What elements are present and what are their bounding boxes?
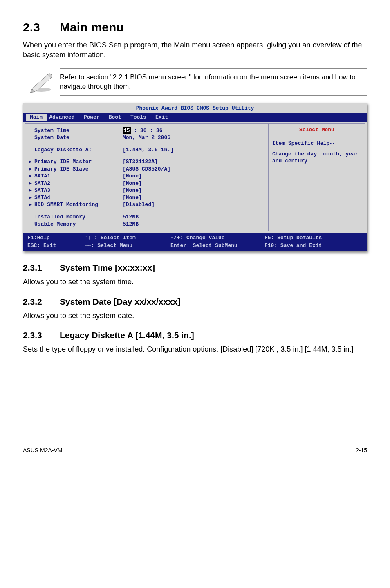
bios-row[interactable]: Legacy Diskette A:[1.44M, 3.5 in.] xyxy=(29,146,265,154)
bios-util-title: Phoenix-Award BIOS CMOS Setup Utility xyxy=(23,103,367,113)
tab-boot[interactable]: Boot xyxy=(109,114,128,121)
submenu-triangle-icon: ▶ xyxy=(29,158,34,166)
bios-row[interactable]: ▶HDD SMART Monitoring[Disabled] xyxy=(29,201,265,209)
tab-tools[interactable]: Tools xyxy=(130,114,153,121)
tab-main[interactable]: Main xyxy=(26,114,47,121)
note-text: Refer to section "2.2.1 BIOS menu screen… xyxy=(60,68,367,96)
bios-row-label: Primary IDE Master xyxy=(34,159,92,165)
subsection-heading: 2.3.2System Date [Day xx/xx/xxxx] xyxy=(23,297,367,307)
bios-help-panel: Select Menu Item Specific Help Change th… xyxy=(269,123,365,232)
subsection-heading: 2.3.3Legacy Diskette A [1.44M, 3.5 in.] xyxy=(23,330,367,340)
bios-row[interactable]: ▶SATA1[None] xyxy=(29,173,265,180)
subsection-number: 2.3.2 xyxy=(23,297,60,307)
bios-row[interactable]: Installed Memory512MB xyxy=(29,213,265,221)
page-heading: 2.3Main menu xyxy=(23,20,367,34)
bios-row-label: SATA4 xyxy=(34,195,50,201)
bios-row-value[interactable]: Mon, Mar 2 2006 xyxy=(123,134,170,141)
submenu-triangle-icon: ▶ xyxy=(29,194,34,202)
subsection-body: Allows you to set the system date. xyxy=(23,311,367,321)
submenu-triangle-icon: ▶ xyxy=(29,166,34,173)
bios-row-label: Primary IDE Slave xyxy=(34,166,89,172)
key-help: F1:Help xyxy=(27,234,85,242)
bios-row-value[interactable]: [None] xyxy=(123,180,142,187)
bios-row-value[interactable]: [None] xyxy=(123,173,142,180)
page-footer: ASUS M2A-VM 2-15 xyxy=(23,444,367,466)
help-body: Change the day, month, year and century. xyxy=(272,150,361,165)
key-save-exit: F10: Save and Exit xyxy=(264,242,363,249)
subsection-title: System Date [Day xx/xx/xxxx] xyxy=(60,297,180,306)
bios-row-label: System Date xyxy=(34,135,69,141)
bios-row[interactable]: ▶SATA3[None] xyxy=(29,187,265,194)
section-title: Main menu xyxy=(60,20,124,34)
bios-row-label: Usable Memory xyxy=(34,221,76,227)
section-number: 2.3 xyxy=(23,20,60,34)
bios-row-value[interactable]: 15 : 30 : 36 xyxy=(123,127,163,135)
bios-footer-keys: F1:Help ↑↓ : Select Item -/+: Change Val… xyxy=(23,233,367,251)
pencil-note-icon xyxy=(23,72,60,93)
subsection-heading: 2.3.1System Time [xx:xx:xx] xyxy=(23,263,367,273)
bios-row-label: SATA2 xyxy=(34,180,50,186)
footer-left: ASUS M2A-VM xyxy=(23,447,62,453)
bios-row-label: System Time xyxy=(34,128,69,134)
key-select-item: ↑↓ : Select Item xyxy=(85,234,170,242)
bios-row-label: SATA3 xyxy=(34,187,50,193)
bios-row-value[interactable]: [Disabled] xyxy=(123,201,155,209)
note-block: Refer to section "2.2.1 BIOS menu screen… xyxy=(23,68,367,96)
subsection-body: Sets the type of floppy drive installed.… xyxy=(23,344,367,354)
submenu-triangle-icon: ▶ xyxy=(29,187,34,194)
bios-window: Phoenix-Award BIOS CMOS Setup Utility Ma… xyxy=(23,103,367,251)
bios-row-value[interactable]: [None] xyxy=(123,194,142,202)
subsection-title: System Time [xx:xx:xx] xyxy=(60,263,155,272)
subsection-number: 2.3.3 xyxy=(23,330,60,340)
bios-row[interactable]: ▶Primary IDE Slave[ASUS CDS520/A] xyxy=(29,166,265,173)
bios-row[interactable]: ▶SATA4[None] xyxy=(29,194,265,202)
time-hour-selected[interactable]: 15 xyxy=(123,127,131,135)
footer-right: 2-15 xyxy=(356,447,367,453)
tab-advanced[interactable]: Advanced xyxy=(49,114,81,121)
bios-row[interactable]: Usable Memory512MB xyxy=(29,221,265,228)
bios-row-label: SATA1 xyxy=(34,173,50,179)
bios-row[interactable]: ▶Primary IDE Master[ST321122A] xyxy=(29,158,265,166)
key-exit: ESC: Exit xyxy=(27,242,85,249)
subsection-number: 2.3.1 xyxy=(23,263,60,273)
bios-row-value[interactable]: [None] xyxy=(123,187,142,194)
submenu-triangle-icon: ▶ xyxy=(29,201,34,209)
help-title: Select Menu xyxy=(272,126,361,134)
key-change-value: -/+: Change Value xyxy=(170,234,264,242)
key-select-menu: →←: Select Menu xyxy=(85,242,170,249)
submenu-triangle-icon: ▶ xyxy=(29,173,34,180)
bios-menu-tabs[interactable]: Main Advanced Power Boot Tools Exit xyxy=(23,113,367,122)
bios-row-label: Legacy Diskette A: xyxy=(34,147,92,153)
tab-power[interactable]: Power xyxy=(84,114,106,121)
bios-row[interactable]: System DateMon, Mar 2 2006 xyxy=(29,134,265,141)
subsection-title: Legacy Diskette A [1.44M, 3.5 in.] xyxy=(60,330,194,340)
bios-row-value[interactable]: 512MB xyxy=(123,221,139,228)
bios-row[interactable]: ▶SATA2[None] xyxy=(29,180,265,187)
tab-exit[interactable]: Exit xyxy=(155,114,175,121)
key-select-submenu: Enter: Select SubMenu xyxy=(170,242,264,249)
bios-row[interactable]: System Time15 : 30 : 36 xyxy=(29,127,265,135)
submenu-triangle-icon: ▶ xyxy=(29,180,34,187)
bios-row-value[interactable]: 512MB xyxy=(123,213,139,221)
help-item-specific: Item Specific Help xyxy=(272,140,361,147)
bios-row-value[interactable]: [1.44M, 3.5 in.] xyxy=(123,146,174,154)
subsection-body: Allows you to set the system time. xyxy=(23,277,367,287)
key-setup-defaults: F5: Setup Defaults xyxy=(264,234,363,242)
bios-row-label: Installed Memory xyxy=(34,214,85,220)
bios-row-value[interactable]: [ST321122A] xyxy=(123,158,158,166)
intro-paragraph: When you enter the BIOS Setup program, t… xyxy=(23,40,367,60)
bios-row-value[interactable]: [ASUS CDS520/A] xyxy=(123,166,170,173)
bios-main-panel: System Time15 : 30 : 36System DateMon, M… xyxy=(25,123,269,232)
bios-row-label: HDD SMART Monitoring xyxy=(34,202,98,208)
